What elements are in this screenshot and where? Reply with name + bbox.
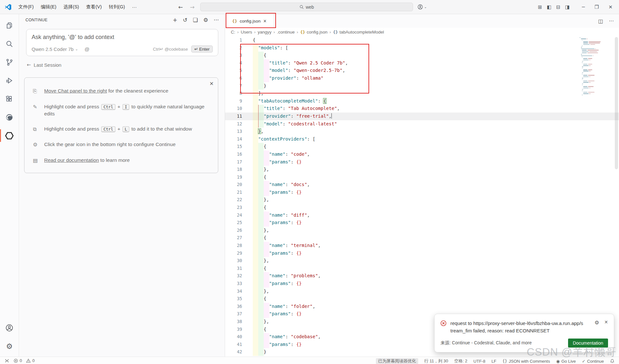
code-line[interactable]: 20 "name": "docs", (225, 181, 619, 189)
code-line[interactable]: 3 { (225, 52, 619, 59)
toggle-sidebar-icon[interactable]: ◧ (547, 4, 551, 10)
history-back-icon[interactable]: ← (178, 4, 183, 10)
code-line[interactable]: 24 "name": "diff", (225, 212, 619, 219)
code-line[interactable]: 8 ], (225, 90, 619, 97)
history-icon[interactable]: ↺ (183, 17, 187, 23)
activity-item-extensions[interactable] (0, 90, 19, 108)
code-line[interactable]: 10 "title": "Tab Autocomplete", (225, 105, 619, 113)
activity-item-continue[interactable] (0, 126, 19, 145)
move-panel-icon: ⎘ (33, 87, 39, 95)
code-line[interactable]: 4 "title": "Qwen 2.5 Coder 7b", (225, 59, 619, 67)
menu-item[interactable]: ··· (128, 3, 140, 11)
breadcrumb-separator: › (329, 30, 331, 34)
scrollbar[interactable] (615, 37, 618, 169)
activity-item-edge-devtools[interactable] (0, 108, 19, 126)
code-line[interactable]: 27 { (225, 234, 619, 242)
activity-item-settings[interactable]: ⚙ (0, 337, 19, 355)
activity-item-accounts[interactable] (0, 319, 19, 337)
breadcrumb-item[interactable]: yangyy (258, 30, 271, 34)
activity-item-source-control[interactable] (0, 53, 19, 71)
code-line[interactable]: 13 }, (225, 128, 619, 135)
menu-item[interactable]: 编辑(E) (37, 3, 60, 11)
split-editor-icon[interactable]: ◫ (598, 18, 603, 24)
code-line[interactable]: 36 "name": "folder", (225, 303, 619, 310)
minimize-icon[interactable]: ─ (582, 4, 585, 10)
breadcrumb-item[interactable]: Users (241, 30, 252, 34)
code-line[interactable]: 31 { (225, 265, 619, 272)
status-item-warnings[interactable]: 0 (26, 358, 34, 363)
new-session-icon[interactable]: + (173, 17, 177, 23)
code-line[interactable]: 15 { (225, 143, 619, 151)
code-line[interactable]: 26 }, (225, 227, 619, 234)
activity-item-search[interactable] (0, 34, 19, 53)
status-item-encoding[interactable]: UTF-8 (474, 359, 486, 364)
code-line[interactable]: 28 "name": "terminal", (225, 242, 619, 250)
code-line[interactable]: 19 { (225, 173, 619, 181)
notification-settings-icon[interactable]: ⚙ (594, 320, 599, 326)
model-selector[interactable]: Qwen 2.5 Coder 7b ⌄ (32, 46, 78, 52)
status-item-eol[interactable]: LF (491, 359, 496, 364)
tip-link[interactable]: Read our documentation (44, 157, 99, 163)
restore-icon[interactable]: ❐ (594, 4, 599, 10)
status-item-screen-reader[interactable]: 已为屏幕阅读器优化 (376, 358, 418, 364)
code-line[interactable]: 25 "params": {} (225, 219, 619, 227)
code-line[interactable]: 5 "model": "qwen-coder2.5-7b", (225, 67, 619, 74)
enter-button[interactable]: ↵ Enter (191, 45, 213, 53)
code-line[interactable]: 29 "params": {} (225, 250, 619, 257)
menu-item[interactable]: 文件(F) (15, 3, 37, 11)
status-item-remote[interactable] (5, 359, 9, 363)
code-line[interactable]: 34 }, (225, 288, 619, 295)
fullscreen-icon[interactable]: ❏ (193, 17, 198, 23)
last-session-link[interactable]: ← Last Session (27, 62, 225, 68)
code-line[interactable]: 18 }, (225, 166, 619, 173)
code-line[interactable]: 2 "models": [ (225, 44, 619, 52)
notification-close-icon[interactable]: ✕ (604, 320, 608, 325)
breadcrumb-item[interactable]: .continue (277, 30, 295, 34)
add-context-icon[interactable]: @ (84, 46, 89, 52)
breadcrumb-item[interactable]: {}tabAutocompleteModel (333, 30, 384, 34)
code-line[interactable]: 17 "params": {} (225, 158, 619, 166)
code-line[interactable]: 11 "provider": "free-trial", (225, 113, 619, 120)
status-item-cursor-position[interactable]: 行 11，列 30 (424, 358, 448, 364)
history-forward-icon[interactable]: → (190, 4, 194, 10)
toggle-panel-icon[interactable]: ⊟ (556, 4, 560, 10)
close-tab-icon[interactable]: ✕ (263, 19, 267, 24)
code-line[interactable]: 1{ (225, 36, 619, 44)
code-line[interactable]: 22 }, (225, 196, 619, 204)
status-item-notifications-bell[interactable] (610, 359, 614, 363)
close-icon[interactable]: ✕ (210, 81, 214, 87)
toggle-secondary-sidebar-icon[interactable]: ◨ (565, 4, 570, 10)
code-line[interactable]: 7 } (225, 82, 619, 90)
settings-gear-icon[interactable]: ⚙ (203, 17, 208, 23)
code-line[interactable]: 14 "contextProviders": [ (225, 135, 619, 143)
status-item-errors[interactable]: 0 (14, 358, 22, 363)
code-line[interactable]: 33 "params": {} (225, 280, 619, 288)
menu-item[interactable]: 选择(S) (60, 3, 83, 11)
more-actions-icon[interactable]: ··· (609, 18, 614, 24)
customize-layout-icon[interactable]: ⊞ (538, 4, 542, 10)
profile-icon[interactable]: ⌄ (418, 4, 427, 10)
menu-item[interactable]: 查看(V) (83, 3, 105, 11)
activity-item-run-debug[interactable] (0, 71, 19, 90)
chat-input-box[interactable]: Ask anything, '@' to add context Qwen 2.… (26, 29, 218, 56)
menu-item[interactable]: 转到(G) (105, 3, 129, 11)
breadcrumb-item[interactable]: {}config.json (300, 30, 328, 34)
code-line[interactable]: 32 "name": "problems", (225, 272, 619, 280)
code-line[interactable]: 16 "name": "code", (225, 151, 619, 158)
tip-link[interactable]: Move Chat panel to the right (44, 88, 107, 93)
code-line[interactable]: 35 { (225, 295, 619, 303)
code-line[interactable]: 6 "provider": "ollama" (225, 74, 619, 82)
code-line[interactable]: 12 "model": "codestral-latest" (225, 120, 619, 128)
command-center-search[interactable]: web (200, 3, 413, 11)
status-item-indentation[interactable]: 空格: 2 (454, 358, 467, 364)
tab-config-json[interactable]: {} config.json ✕ (225, 14, 274, 28)
code-line[interactable]: 23 { (225, 204, 619, 212)
close-window-icon[interactable]: ✕ (608, 4, 613, 10)
more-actions-icon[interactable]: ··· (214, 17, 219, 23)
code-line[interactable]: 30 }, (225, 257, 619, 265)
code-line[interactable]: 21 "params": {} (225, 189, 619, 196)
code-line[interactable]: 9 "tabAutocompleteModel": { (225, 97, 619, 105)
breadcrumb-item[interactable]: C: (231, 30, 235, 34)
code-editor[interactable]: 1{2 "models": [3 {4 "title": "Qwen 2.5 C… (225, 36, 619, 357)
activity-item-explorer[interactable] (0, 16, 19, 34)
